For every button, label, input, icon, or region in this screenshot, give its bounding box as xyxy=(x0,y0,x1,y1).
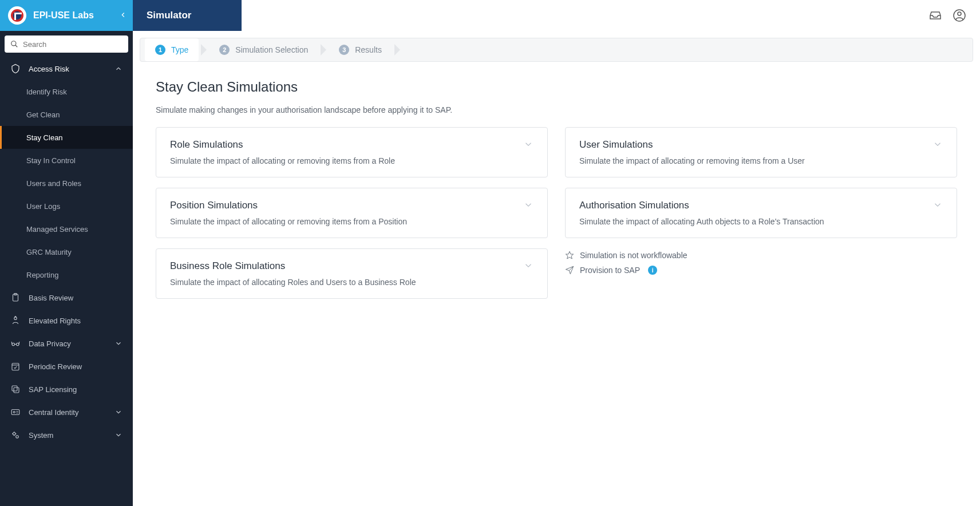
step-type[interactable]: 1 Type xyxy=(145,38,199,61)
card-description: Simulate the impact of allocating or rem… xyxy=(170,156,534,165)
content: 1 Type 2 Simulation Selection 3 Results … xyxy=(133,31,980,506)
card-description: Simulate the impact of allocating or rem… xyxy=(170,217,534,226)
copy-icon xyxy=(10,384,21,394)
card-title: Authorisation Simulations xyxy=(579,200,943,211)
topbar-actions xyxy=(928,9,980,22)
svg-rect-8 xyxy=(14,388,19,393)
svg-rect-9 xyxy=(12,386,17,391)
brand-name: EPI-USE Labs xyxy=(33,10,94,21)
sidebar-item-label: Data Privacy xyxy=(29,339,71,348)
topbar: Simulator xyxy=(133,0,980,31)
step-separator xyxy=(201,44,207,56)
chevron-down-icon xyxy=(114,339,122,347)
svg-rect-7 xyxy=(12,363,19,370)
chevron-down-icon xyxy=(932,139,943,149)
inbox-icon[interactable] xyxy=(928,9,942,22)
svg-point-13 xyxy=(16,436,19,438)
search-input[interactable] xyxy=(23,40,122,49)
main: Simulator 1 Type 2 Simulation Selection xyxy=(133,0,980,506)
card-title: Position Simulations xyxy=(170,200,534,211)
svg-point-15 xyxy=(958,12,961,15)
sidebar-item-grc-maturity[interactable]: GRC Maturity xyxy=(0,240,133,263)
card-position-simulations[interactable]: Position Simulations Simulate the impact… xyxy=(156,188,548,238)
step-results[interactable]: 3 Results xyxy=(329,38,392,61)
sidebar-item-get-clean[interactable]: Get Clean xyxy=(0,103,133,126)
sidebar-item-identify-risk[interactable]: Identify Risk xyxy=(0,80,133,103)
simulation-cards-grid: Role Simulations Simulate the impact of … xyxy=(156,127,957,299)
user-profile-icon[interactable] xyxy=(953,9,966,22)
sidebar-item-label: Elevated Rights xyxy=(29,317,81,325)
sidebar-item-elevated-rights[interactable]: Elevated Rights xyxy=(0,309,133,332)
svg-rect-10 xyxy=(11,410,19,415)
svg-point-12 xyxy=(13,433,16,436)
calendar-check-icon xyxy=(10,361,21,371)
card-description: Simulate the impact of allocating Auth o… xyxy=(579,217,943,226)
sidebar: EPI-USE Labs Access Risk Identify Risk G… xyxy=(0,0,133,506)
sidebar-header: EPI-USE Labs xyxy=(0,0,133,31)
svg-marker-16 xyxy=(566,251,573,259)
card-title: Role Simulations xyxy=(170,139,534,151)
sidebar-item-stay-in-control[interactable]: Stay In Control xyxy=(0,149,133,172)
clipboard-icon xyxy=(10,292,21,303)
card-business-role-simulations[interactable]: Business Role Simulations Simulate the i… xyxy=(156,248,548,299)
legend: Simulation is not workflowable Provision… xyxy=(565,248,957,275)
step-separator xyxy=(394,44,400,56)
sidebar-item-basis-review[interactable]: Basis Review xyxy=(0,286,133,309)
paper-plane-icon xyxy=(565,266,574,275)
svg-point-11 xyxy=(13,412,15,413)
sidebar-item-label: System xyxy=(29,431,53,440)
chevron-down-icon xyxy=(932,200,943,210)
card-title: Business Role Simulations xyxy=(170,260,534,272)
step-simulation-selection[interactable]: 2 Simulation Selection xyxy=(209,38,318,61)
sidebar-item-access-risk[interactable]: Access Risk xyxy=(0,57,133,80)
sidebar-item-data-privacy[interactable]: Data Privacy xyxy=(0,332,133,355)
shield-icon xyxy=(10,64,21,74)
star-outline-icon xyxy=(565,251,574,260)
chevron-down-icon xyxy=(114,408,122,416)
card-user-simulations[interactable]: User Simulations Simulate the impact of … xyxy=(565,127,957,177)
svg-point-4 xyxy=(14,317,17,320)
search-icon xyxy=(10,40,18,48)
sidebar-item-label: Basis Review xyxy=(29,294,73,302)
chevron-up-icon xyxy=(114,65,122,73)
sidebar-item-users-and-roles[interactable]: Users and Roles xyxy=(0,172,133,195)
sidebar-item-system[interactable]: System xyxy=(0,424,133,446)
svg-line-1 xyxy=(15,45,18,48)
step-separator xyxy=(321,44,326,56)
legend-provision-to-sap: Provision to SAP i xyxy=(565,266,957,275)
card-description: Simulate the impact of allocating or rem… xyxy=(579,156,943,165)
info-icon[interactable]: i xyxy=(648,266,657,275)
brand-logo xyxy=(8,6,26,25)
sidebar-item-sap-licensing[interactable]: SAP Licensing xyxy=(0,378,133,401)
glasses-icon xyxy=(10,338,21,349)
sidebar-item-label: Central Identity xyxy=(29,408,78,417)
sidebar-item-label: SAP Licensing xyxy=(29,385,77,394)
sidebar-item-label: Access Risk xyxy=(29,65,69,73)
id-card-icon xyxy=(10,407,21,417)
sidebar-item-central-identity[interactable]: Central Identity xyxy=(0,401,133,424)
sidebar-collapse-button[interactable] xyxy=(119,11,127,21)
chevron-down-icon xyxy=(523,260,534,271)
search-box[interactable] xyxy=(5,35,128,53)
chevron-down-icon xyxy=(523,200,534,210)
sidebar-item-reporting[interactable]: Reporting xyxy=(0,263,133,286)
sidebar-item-stay-clean[interactable]: Stay Clean xyxy=(0,126,133,149)
legend-not-workflowable: Simulation is not workflowable xyxy=(565,251,957,260)
page-title: Stay Clean Simulations xyxy=(156,79,957,95)
card-authorisation-simulations[interactable]: Authorisation Simulations Simulate the i… xyxy=(565,188,957,238)
sidebar-item-managed-services[interactable]: Managed Services xyxy=(0,218,133,240)
nav: Access Risk Identify Risk Get Clean Stay… xyxy=(0,57,133,506)
wizard-steps: 1 Type 2 Simulation Selection 3 Results xyxy=(140,38,973,62)
card-role-simulations[interactable]: Role Simulations Simulate the impact of … xyxy=(156,127,548,177)
search-container xyxy=(0,31,133,57)
page-description: Simulate making changes in your authoris… xyxy=(156,105,957,114)
gears-icon xyxy=(10,430,21,440)
sidebar-item-label: Periodic Review xyxy=(29,362,82,371)
card-description: Simulate the impact of allocating Roles … xyxy=(170,278,534,287)
page-module-title: Simulator xyxy=(133,0,242,31)
sidebar-item-periodic-review[interactable]: Periodic Review xyxy=(0,355,133,378)
person-up-icon xyxy=(10,315,21,326)
sidebar-item-user-logs[interactable]: User Logs xyxy=(0,195,133,218)
card-title: User Simulations xyxy=(579,139,943,151)
svg-point-6 xyxy=(17,343,19,346)
